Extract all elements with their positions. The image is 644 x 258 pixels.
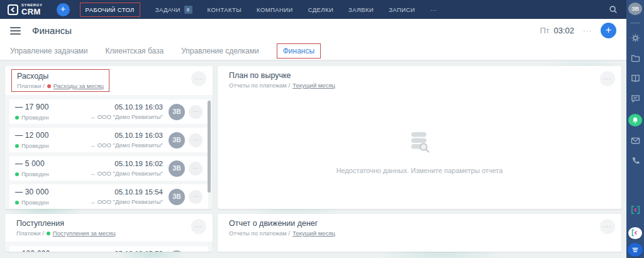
chat-icon[interactable] (631, 94, 640, 103)
tab-deal-management[interactable]: Управление сделками (181, 47, 258, 55)
datetime-display: Пт 03:02 (540, 26, 574, 35)
top-navigation-bar: SYNERGY CRM + РАБОЧИЙ СТОЛ ЗАДАЧИ8 КОНТА… (0, 0, 626, 19)
payment-datetime: 05.10.19 15:59 (114, 250, 163, 252)
responsible-avatar[interactable]: ЗВ (169, 160, 185, 177)
search-icon[interactable] (609, 5, 618, 14)
menu-more-button[interactable]: ··· (430, 6, 437, 13)
user-avatar[interactable]: ЗВ (628, 3, 642, 15)
synergy-launcher-icon[interactable] (628, 227, 642, 240)
expenses-widget: Расходы Платежи / Расходы за месяц ··· —… (5, 66, 213, 209)
payment-status: Проведен (21, 199, 48, 206)
time-label: 03:02 (553, 26, 574, 35)
cashflow-filter-link[interactable]: Текущий месяц (292, 230, 335, 237)
expenses-title: Расходы (17, 72, 104, 81)
global-add-button[interactable]: + (57, 3, 70, 16)
payment-amount: — 5 000 (15, 159, 75, 168)
app-logo[interactable]: SYNERGY CRM (0, 3, 49, 16)
payment-row[interactable]: + 120 000 05.10.19 15:59 Прове… Елисеев … (9, 246, 208, 252)
status-dot-icon (15, 172, 19, 176)
payment-amount: — 17 900 (15, 103, 75, 111)
brand-bottom: CRM (21, 8, 43, 16)
header-more-button[interactable]: ··· (583, 27, 592, 35)
folder-icon[interactable] (631, 53, 640, 63)
no-data-database-icon (407, 130, 432, 158)
dashboard-content: Расходы Платежи / Расходы за месяц ··· —… (0, 60, 626, 258)
red-dot-icon (47, 84, 51, 88)
payment-more-button[interactable]: ··· (189, 252, 203, 252)
responsible-avatar[interactable]: ЗВ (169, 132, 185, 149)
responsible-avatar[interactable]: ЗВ (169, 104, 185, 120)
expenses-widget-header: Расходы Платежи / Расходы за месяц (11, 69, 109, 92)
synergy-mini-logo-icon[interactable] (631, 205, 640, 217)
menu-item-requests[interactable]: ЗАЯВКИ (348, 6, 374, 13)
payment-status: Проведен (21, 171, 48, 177)
payment-amount: — 12 000 (15, 131, 75, 140)
revenue-plan-more-button[interactable]: ··· (600, 71, 615, 86)
empty-state-text: Недостаточно данных. Измените параметры … (336, 167, 503, 174)
arrow-right-icon: → (90, 142, 96, 149)
payment-more-button[interactable]: ··· (189, 190, 203, 204)
mail-envelope-icon[interactable] (631, 136, 640, 145)
status-dot-icon (15, 201, 19, 205)
notifications-bell-icon[interactable] (628, 114, 642, 126)
revenue-plan-title: План по выручке (229, 71, 335, 80)
tasks-badge: 8 (184, 6, 192, 14)
payment-more-button[interactable]: ··· (189, 133, 203, 147)
menu-item-companies[interactable]: КОМПАНИИ (257, 6, 293, 13)
phone-icon[interactable] (631, 156, 640, 165)
payment-datetime: 05.10.19 16:03 (90, 132, 163, 139)
payment-row[interactable]: — 5 000 Проведен 05.10.19 16:02 → ООО "Д… (9, 156, 208, 181)
menu-item-contacts[interactable]: КОНТАКТЫ (208, 6, 242, 13)
status-dot-icon (15, 144, 19, 148)
payment-amount: + 120 000 (15, 249, 50, 252)
payment-more-button[interactable]: ··· (189, 105, 203, 119)
payment-datetime: 05.10.19 16:03 (90, 103, 163, 111)
menu-item-desktop[interactable]: РАБОЧИЙ СТОЛ (80, 3, 140, 17)
list-scrollbar[interactable] (208, 101, 211, 193)
tab-task-management[interactable]: Управление задачами (10, 47, 88, 55)
sidebar-divider (630, 23, 640, 23)
payment-counterparty: ООО "Демо Реквизиты" (97, 170, 163, 177)
income-title: Поступления (16, 219, 116, 228)
hamburger-menu-icon[interactable] (10, 27, 21, 35)
right-sidebar: ЗВ (626, 0, 644, 258)
page-title: Финансы (32, 25, 72, 36)
arrow-right-icon: → (90, 170, 96, 177)
payment-amount: — 30 000 (15, 188, 75, 196)
income-filter-link[interactable]: Поступления за месяц (53, 230, 116, 237)
payment-row[interactable]: — 17 900 Проведен 05.10.19 16:03 → ООО "… (9, 99, 208, 124)
chat-widget-icon[interactable] (628, 243, 643, 257)
arrow-right-icon: → (90, 198, 96, 205)
payment-datetime: 05.10.19 15:54 (90, 188, 163, 196)
knowledge-book-icon[interactable] (631, 74, 640, 83)
income-list: + 120 000 05.10.19 15:59 Прове… Елисеев … (5, 242, 213, 252)
empty-state: Недостаточно данных. Измените параметры … (218, 94, 621, 209)
payment-counterparty: ООО "Демо Реквизиты" (97, 142, 163, 149)
settings-gear-icon[interactable] (631, 33, 640, 43)
dashboard-tabs: Управление задачами Клиентская база Упра… (0, 42, 626, 60)
income-more-button[interactable]: ··· (191, 219, 206, 234)
income-crumb: Платежи / (16, 230, 44, 237)
payment-counterparty: ООО "Демо Реквизиты" (97, 113, 163, 120)
payment-row[interactable]: — 30 000 Проведен 05.10.19 15:54 → ООО "… (9, 184, 208, 209)
tab-finances[interactable]: Финансы (277, 43, 321, 59)
cashflow-title: Отчет о движении денег (229, 219, 335, 228)
menu-item-deals[interactable]: СДЕЛКИ (308, 6, 333, 13)
revenue-plan-filter-link[interactable]: Текущий месяц (292, 82, 335, 89)
tab-client-base[interactable]: Клиентская база (106, 47, 164, 55)
payment-status: Проведен (21, 142, 48, 149)
expenses-list: — 17 900 Проведен 05.10.19 16:03 → ООО "… (5, 95, 213, 209)
cashflow-more-button[interactable]: ··· (600, 219, 615, 234)
menu-item-records[interactable]: ЗАПИСИ (389, 6, 415, 13)
payment-more-button[interactable]: ··· (189, 162, 203, 176)
header-add-button[interactable]: + (601, 23, 616, 38)
brand-text: SYNERGY CRM (21, 3, 43, 16)
arrow-right-icon: → (90, 113, 96, 120)
payment-counterparty: ООО "Демо Реквизиты" (97, 198, 163, 205)
menu-item-tasks[interactable]: ЗАДАЧИ8 (155, 6, 192, 14)
responsible-avatar[interactable]: ЗВ (169, 250, 185, 252)
payment-row[interactable]: — 12 000 Проведен 05.10.19 16:03 → ООО "… (9, 128, 208, 152)
expenses-filter-link[interactable]: Расходы за месяц (53, 82, 104, 89)
responsible-avatar[interactable]: ЗВ (169, 189, 185, 205)
expenses-more-button[interactable]: ··· (191, 71, 206, 86)
